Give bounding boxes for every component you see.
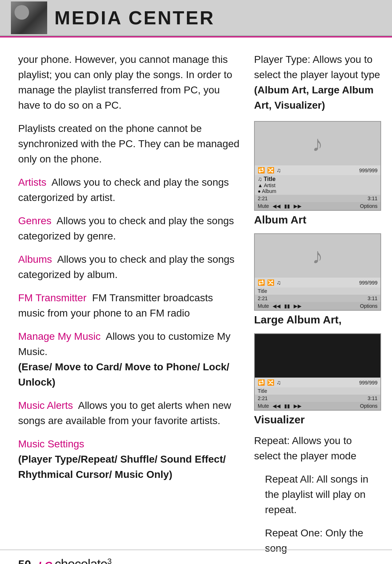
prev-icon-3: ◀◀ (273, 403, 281, 409)
player-type-intro: Player Type: Allows you to select the pl… (254, 52, 381, 113)
visualizer-controls: Mute ◀◀ ▮▮ ▶▶ Options (255, 402, 380, 410)
left-column: your phone. However, you cannot manage t… (18, 52, 240, 564)
album-art-image: ♪ (255, 122, 380, 165)
repeat-icon-3: 🔁 (258, 379, 265, 386)
music-note-icon: ♪ (312, 131, 323, 156)
page-number: 50 (18, 558, 31, 564)
visualizer-time-bar: 2:21 3:11 (255, 395, 380, 402)
manage-label: Manage My Music (18, 331, 101, 342)
settings-paragraph: Music Settings (Player Type/Repeat/ Shuf… (18, 436, 240, 482)
visualizer-image (255, 334, 380, 378)
album-art-time-bar: 2:21 3:11 (255, 195, 380, 202)
large-album-art-screenshot: ♪ 🔁 🔀 ♫ 999/999 Title 2:21 3:11 Mute ◀◀ … (254, 233, 381, 311)
options-label-3: Options (360, 403, 377, 409)
main-content: your phone. However, you cannot manage t… (0, 37, 392, 564)
genres-label: Genres (18, 215, 52, 226)
prev-icon-1: ◀◀ (273, 203, 281, 209)
page-footer: 50 LG chocolate3 (0, 549, 392, 564)
large-album-art-title: Title (258, 288, 377, 294)
album-art-controls: Mute ◀◀ ▮▮ ▶▶ Options (255, 202, 380, 210)
repeat-all-text: Repeat All: All songs in the playlist wi… (265, 472, 381, 517)
album-art-album: ● Album (258, 188, 377, 194)
albums-label: Albums (18, 254, 52, 265)
artists-paragraph: Artists Allows you to check and play the… (18, 175, 240, 205)
paragraph-1: your phone. However, you cannot manage t… (18, 52, 240, 113)
large-album-art-label: Large Album Art, (254, 314, 381, 326)
options-label-2: Options (360, 303, 377, 309)
large-album-art-time-bar: 2:21 3:11 (255, 295, 380, 302)
album-art-screenshot: ♪ 🔁 🔀 ♫ 999/999 ♫ Title ▲ Artist ● (254, 121, 381, 211)
layout-types: (Album Art, Large Album Art, Visualizer) (254, 84, 373, 111)
current-time-1: 2:21 (258, 196, 268, 201)
large-album-art-image: ♪ (255, 234, 380, 278)
genres-paragraph: Genres Allows you to check and play the … (18, 213, 240, 244)
prev-icon-2: ◀◀ (273, 303, 281, 309)
visualizer-info-bar: 🔁 🔀 ♫ 999/999 (255, 378, 380, 387)
header-image (11, 1, 47, 34)
artists-label: Artists (18, 177, 46, 188)
note-icon: ♫ (277, 167, 281, 174)
manage-submenu: (Erase/ Move to Card/ Move to Phone/ Loc… (18, 361, 229, 388)
total-time-3: 3:11 (368, 395, 377, 401)
settings-label: Music Settings (18, 438, 84, 450)
options-label-1: Options (360, 203, 377, 209)
visualizer-label: Visualizer (254, 414, 381, 426)
mute-label-2: Mute (258, 303, 269, 309)
player-type-text: Player Type: Allows you to select the pl… (254, 54, 380, 80)
brand-superscript: 3 (107, 557, 111, 564)
next-icon-3: ▶▶ (294, 403, 302, 409)
music-note-icon-2: ♪ (312, 243, 323, 269)
pause-icon-3: ▮▮ (284, 403, 290, 409)
repeat-text: Repeat: Allows you to select the player … (254, 433, 381, 464)
total-time-1: 3:11 (368, 196, 377, 201)
track-count-2: 999/999 (359, 280, 377, 286)
track-count-3: 999/999 (359, 380, 377, 386)
brand-lg: LG (38, 560, 53, 564)
settings-submenu: (Player Type/Repeat/ Shuffle/ Sound Effe… (18, 454, 226, 480)
paragraph-2: Playlists created on the phone cannot be… (18, 121, 240, 167)
visualizer-detail: Title (255, 387, 380, 395)
artists-text: Allows you to check and play the songs c… (18, 177, 229, 203)
note-icon-2: ♫ (277, 279, 281, 286)
visualizer-screenshot: 🔁 🔀 ♫ 999/999 Title 2:21 3:11 Mute ◀◀ ▮▮… (254, 333, 381, 411)
shuffle-icon-3: 🔀 (267, 379, 274, 386)
mute-label-1: Mute (258, 203, 269, 209)
repeat-icon: 🔁 (258, 167, 265, 174)
note-icon-small: ♫ (258, 176, 262, 182)
fm-paragraph: FM Transmitter FM Transmitter broadcasts… (18, 290, 240, 321)
large-album-art-detail: Title (255, 287, 380, 295)
current-time-3: 2:21 (258, 395, 268, 401)
page-header: MEDIA CENTER (0, 0, 392, 36)
large-album-art-info-bar: 🔁 🔀 ♫ 999/999 (255, 278, 380, 287)
brand-product: chocolate3 (54, 557, 111, 564)
right-column: Player Type: Allows you to select the pl… (254, 52, 381, 564)
alerts-label: Music Alerts (18, 400, 73, 411)
pause-icon-2: ▮▮ (284, 303, 290, 309)
fm-label: FM Transmitter (18, 292, 86, 303)
shuffle-icon: 🔀 (267, 167, 274, 174)
albums-paragraph: Albums Allows you to check and play the … (18, 252, 240, 282)
pause-icon-1: ▮▮ (284, 203, 290, 209)
brand-logo: LG chocolate3 (38, 557, 111, 564)
album-art-label: Album Art (254, 214, 381, 226)
album-art-artist: ▲ Artist (258, 182, 377, 188)
page-title: MEDIA CENTER (54, 7, 215, 29)
mute-label-3: Mute (258, 403, 269, 409)
alerts-paragraph: Music Alerts Allows you to get alerts wh… (18, 398, 240, 428)
album-art-detail: ♫ Title ▲ Artist ● Album (255, 175, 380, 195)
shuffle-icon-2: 🔀 (267, 279, 274, 286)
track-count-1: 999/999 (359, 168, 377, 173)
next-icon-2: ▶▶ (294, 303, 302, 309)
repeat-icon-2: 🔁 (258, 279, 265, 286)
total-time-2: 3:11 (368, 295, 377, 301)
note-icon-3: ♫ (277, 379, 281, 386)
next-icon-1: ▶▶ (294, 203, 302, 209)
manage-paragraph: Manage My Music Allows you to customize … (18, 329, 240, 390)
visualizer-title: Title (258, 388, 377, 394)
album-art-title: ♫ Title (258, 176, 377, 182)
current-time-2: 2:21 (258, 295, 268, 301)
album-art-info-bar: 🔁 🔀 ♫ 999/999 (255, 165, 380, 175)
large-album-art-controls: Mute ◀◀ ▮▮ ▶▶ Options (255, 302, 380, 310)
